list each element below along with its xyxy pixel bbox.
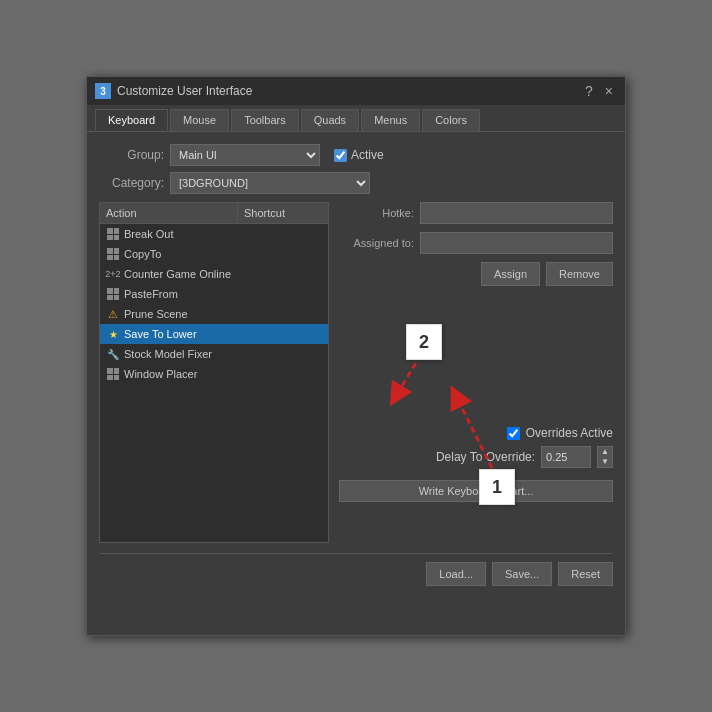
close-button[interactable]: × — [601, 84, 617, 98]
item-label: Break Out — [124, 228, 174, 240]
title-bar-left: 3 Customize User Interface — [95, 83, 252, 99]
assigned-input[interactable] — [420, 232, 613, 254]
content-area: Group: Main UI Active Category: [3DGROUN… — [87, 132, 625, 598]
active-label: Active — [351, 148, 384, 162]
group-select[interactable]: Main UI — [170, 144, 320, 166]
right-panel: Hotke: Assigned to: Assign Remove — [339, 202, 613, 543]
save-button[interactable]: Save... — [492, 562, 552, 586]
tab-bar: Keyboard Mouse Toolbars Quads Menus Colo… — [87, 105, 625, 132]
item-label: CopyTo — [124, 248, 161, 260]
tab-colors[interactable]: Colors — [422, 109, 480, 131]
grid-icon — [106, 287, 120, 301]
title-bar: 3 Customize User Interface ? × — [87, 77, 625, 105]
list-item[interactable]: CopyTo — [100, 244, 328, 264]
warning-icon: ⚠ — [106, 307, 120, 321]
group-row: Group: Main UI Active — [99, 144, 613, 166]
load-button[interactable]: Load... — [426, 562, 486, 586]
main-window: 3 Customize User Interface ? × Keyboard … — [86, 76, 626, 636]
list-item[interactable]: 2+2 Counter Game Online — [100, 264, 328, 284]
assign-btn-row: Assign Remove — [339, 262, 613, 286]
annotation-1: 1 — [479, 469, 515, 505]
tab-quads[interactable]: Quads — [301, 109, 359, 131]
hotkey-label: Hotke: — [339, 207, 414, 219]
list-header: Action Shortcut — [99, 202, 329, 223]
active-checkbox[interactable] — [334, 149, 347, 162]
col-action: Action — [100, 203, 238, 223]
delay-label: Delay To Override: — [436, 450, 535, 464]
delay-row: Delay To Override: ▲ ▼ — [339, 446, 613, 468]
delay-spinner[interactable]: ▲ ▼ — [597, 446, 613, 467]
group-label: Group: — [99, 148, 164, 162]
bottom-buttons: Load... Save... Reset — [99, 553, 613, 586]
item-label: Window Placer — [124, 368, 197, 380]
grid4-icon — [106, 367, 120, 381]
category-row: Category: [3DGROUND] — [99, 172, 613, 194]
spin-down[interactable]: ▼ — [598, 457, 612, 467]
item-label: Stock Model Fixer — [124, 348, 212, 360]
remove-button[interactable]: Remove — [546, 262, 613, 286]
item-label: Save To Lower — [124, 328, 197, 340]
tab-keyboard[interactable]: Keyboard — [95, 109, 168, 131]
spin-up[interactable]: ▲ — [598, 447, 612, 457]
col-shortcut: Shortcut — [238, 203, 328, 223]
override-row: Overrides Active — [339, 426, 613, 440]
main-layout: Action Shortcut Break Ou — [99, 202, 613, 543]
tab-toolbars[interactable]: Toolbars — [231, 109, 299, 131]
active-checkbox-row: Active — [334, 148, 384, 162]
grid-icon — [106, 227, 120, 241]
category-label: Category: — [99, 176, 164, 190]
list-item[interactable]: 🔧 Stock Model Fixer — [100, 344, 328, 364]
assigned-label: Assigned to: — [339, 237, 414, 249]
assign-button[interactable]: Assign — [481, 262, 540, 286]
tab-mouse[interactable]: Mouse — [170, 109, 229, 131]
title-bar-right: ? × — [581, 84, 617, 98]
item-label: Prune Scene — [124, 308, 188, 320]
hotkey-row: Hotke: — [339, 202, 613, 224]
delay-input[interactable] — [541, 446, 591, 468]
category-select[interactable]: [3DGROUND] — [170, 172, 370, 194]
left-panel: Action Shortcut Break Ou — [99, 202, 329, 543]
item-label: Counter Game Online — [124, 268, 231, 280]
hotkey-input[interactable] — [420, 202, 613, 224]
two-two-icon: 2+2 — [106, 267, 120, 281]
app-icon: 3 — [95, 83, 111, 99]
list-item[interactable]: Window Placer — [100, 364, 328, 384]
wrench-icon: 🔧 — [106, 347, 120, 361]
list-item[interactable]: Break Out — [100, 224, 328, 244]
list-item[interactable]: ⚠ Prune Scene — [100, 304, 328, 324]
grid-icon — [106, 247, 120, 261]
list-item-selected[interactable]: ★ Save To Lower — [100, 324, 328, 344]
window-title: Customize User Interface — [117, 84, 252, 98]
overrides-label: Overrides Active — [526, 426, 613, 440]
help-button[interactable]: ? — [581, 84, 597, 98]
overrides-checkbox[interactable] — [507, 427, 520, 440]
assigned-row: Assigned to: — [339, 232, 613, 254]
item-label: PasteFrom — [124, 288, 178, 300]
highlight-icon: ★ — [106, 327, 120, 341]
reset-button[interactable]: Reset — [558, 562, 613, 586]
annotation-2: 2 — [406, 324, 442, 360]
list-item[interactable]: PasteFrom — [100, 284, 328, 304]
tab-menus[interactable]: Menus — [361, 109, 420, 131]
write-keyboard-chart-button[interactable]: Write Keyboard Chart... — [339, 480, 613, 502]
action-list[interactable]: Break Out CopyTo — [99, 223, 329, 543]
